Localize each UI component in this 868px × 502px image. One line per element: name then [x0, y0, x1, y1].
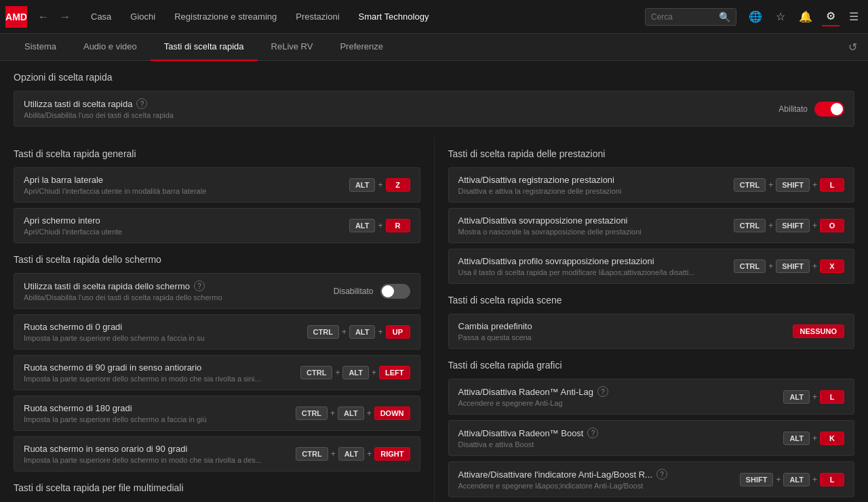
tab-tasti-scelta-rapida[interactable]: Tasti di scelta rapida: [151, 34, 258, 61]
key-alt-2[interactable]: ALT: [349, 219, 376, 232]
ruota-0-control: CTRL + ALT + UP: [307, 325, 410, 339]
tab-preferenze[interactable]: Preferenze: [326, 34, 397, 61]
boost-keys: ALT + K: [783, 432, 844, 445]
key-ctrl-2[interactable]: CTRL: [300, 366, 332, 379]
nav-arrows: ← →: [34, 8, 75, 26]
bookmark-icon-button[interactable]: ☆: [772, 7, 789, 26]
apri-schermo-control: ALT + R: [349, 219, 410, 232]
key-l-r1[interactable]: L: [820, 178, 844, 192]
utilizza-tasti-control: Abilitato: [778, 102, 844, 117]
anti-lag-desc: Accendere e spegnere Anti-Lag: [458, 399, 776, 407]
key-ctrl[interactable]: CTRL: [307, 325, 339, 339]
utilizza-tasti-toggle[interactable]: [814, 102, 844, 117]
ruota-0-label: Ruota schermo di 0 gradi: [24, 322, 299, 332]
ruota-180-info: Ruota schermo di 180 gradi Imposta la pa…: [24, 403, 288, 423]
key-o-r2[interactable]: O: [820, 219, 844, 232]
registrazione-prestazioni-info: Attiva/Disattiva registrazione prestazio…: [458, 175, 726, 195]
ruota-90-orario-row: Ruota schermo in senso orario di 90 grad…: [14, 436, 420, 472]
key-ctrl-3[interactable]: CTRL: [296, 406, 328, 420]
search-input[interactable]: [651, 12, 719, 22]
right-panel: Tasti di scelta rapida delle prestazioni…: [435, 138, 869, 502]
key-left[interactable]: LEFT: [379, 366, 410, 379]
amd-logo: AMD: [5, 6, 27, 28]
utilizza-tasti-toggle-container: Abilitato: [778, 102, 844, 117]
nav-giochi[interactable]: Giochi: [122, 7, 163, 26]
anti-lag-label: Attiva/Disattiva Radeon™ Anti-Lag ?: [458, 386, 776, 397]
nav-registrazione[interactable]: Registrazione e streaming: [166, 7, 285, 26]
indicatore-antilag-keys: SHIFT + ALT + L: [740, 473, 844, 486]
anti-lag-info: Attiva/Disattiva Radeon™ Anti-Lag ? Acce…: [458, 386, 776, 407]
key-z[interactable]: Z: [386, 178, 410, 192]
key-x-r3[interactable]: X: [820, 259, 844, 273]
reg-prest-keys: CTRL + SHIFT + L: [734, 178, 844, 192]
key-down[interactable]: DOWN: [374, 406, 410, 420]
key-alt-3[interactable]: ALT: [349, 325, 376, 339]
key-alt-g2[interactable]: ALT: [783, 432, 810, 445]
sovr-prest-keys: CTRL + SHIFT + O: [734, 219, 844, 232]
key-ctrl-4[interactable]: CTRL: [296, 447, 328, 461]
boost-help-icon[interactable]: ?: [587, 427, 598, 438]
toggle-track: [814, 102, 844, 117]
utilizza-tasti-label: Utilizza tasti di scelta rapida ?: [24, 98, 770, 109]
anti-lag-control: ALT + L: [783, 390, 844, 404]
key-shift-r3[interactable]: SHIFT: [776, 259, 810, 273]
key-shift-r1[interactable]: SHIFT: [776, 178, 810, 192]
utilizza-tasti-help-icon[interactable]: ?: [136, 98, 147, 109]
key-right[interactable]: RIGHT: [374, 447, 410, 461]
schermo-toggle[interactable]: [380, 284, 410, 299]
nav-smart-technology[interactable]: Smart Technology: [351, 7, 437, 26]
key-ctrl-r3[interactable]: CTRL: [734, 259, 766, 273]
nav-casa[interactable]: Casa: [83, 7, 119, 26]
ruota-180-control: CTRL + ALT + DOWN: [296, 406, 410, 420]
ruota-90-anti-keys: CTRL + ALT + LEFT: [300, 366, 410, 379]
forward-button[interactable]: →: [56, 8, 75, 26]
cambia-predefinito-info: Cambia predefinito Passa a questa scena: [458, 321, 785, 341]
key-ctrl-r2[interactable]: CTRL: [734, 219, 766, 232]
key-alt-6[interactable]: ALT: [338, 447, 365, 461]
profilo-sovrapposizione-desc: Usa il tasto di scelta rapida per modifi…: [458, 268, 726, 276]
key-alt[interactable]: ALT: [349, 178, 376, 192]
ruota-90-anti-info: Ruota schermo di 90 gradi in senso antio…: [24, 362, 292, 383]
key-alt-g1[interactable]: ALT: [783, 390, 810, 404]
ruota-180-row: Ruota schermo di 180 gradi Imposta la pa…: [14, 396, 420, 431]
ruota-90-anti-row: Ruota schermo di 90 gradi in senso antio…: [14, 355, 420, 390]
tab-audio-video[interactable]: Audio e video: [70, 34, 151, 61]
notification-icon-button[interactable]: 🔔: [795, 7, 816, 26]
tab-relive[interactable]: ReLive RV: [258, 34, 327, 61]
user-icon-button[interactable]: ☰: [845, 7, 863, 26]
ruota-90-orario-info: Ruota schermo in senso orario di 90 grad…: [24, 444, 288, 464]
indicatore-antilag-help-icon[interactable]: ?: [656, 469, 667, 480]
utilizza-schermo-label: Utilizza tasti di scelta rapida dello sc…: [24, 280, 326, 291]
key-l-g3[interactable]: L: [820, 473, 844, 486]
key-plus-2: +: [378, 221, 382, 230]
key-shift-g3[interactable]: SHIFT: [740, 473, 774, 486]
globe-icon-button[interactable]: 🌐: [745, 7, 766, 26]
settings-icon-button[interactable]: ⚙: [822, 7, 840, 26]
tab-sistema[interactable]: Sistema: [11, 34, 70, 61]
key-nessuno[interactable]: NESSUNO: [793, 325, 844, 338]
key-r[interactable]: R: [386, 219, 410, 232]
key-alt-g3[interactable]: ALT: [783, 473, 810, 486]
multimedia-section: Tasti di scelta rapida per file multimed…: [14, 482, 420, 493]
boost-label: Attiva/Disattiva Radeon™ Boost ?: [458, 427, 776, 438]
key-alt-4[interactable]: ALT: [342, 366, 369, 379]
key-shift-r2[interactable]: SHIFT: [776, 219, 810, 232]
key-up[interactable]: UP: [386, 325, 410, 339]
profilo-sovrapposizione-control: CTRL + SHIFT + X: [734, 259, 844, 273]
ruota-180-label: Ruota schermo di 180 gradi: [24, 403, 288, 413]
anti-lag-help-icon[interactable]: ?: [597, 386, 608, 397]
search-icon[interactable]: 🔍: [719, 12, 730, 22]
key-alt-5[interactable]: ALT: [338, 406, 364, 420]
key-ctrl-r1[interactable]: CTRL: [734, 178, 766, 192]
back-button[interactable]: ←: [34, 8, 53, 26]
refresh-button[interactable]: ↺: [848, 41, 857, 54]
key-l-g1[interactable]: L: [820, 390, 844, 404]
schermo-help-icon[interactable]: ?: [194, 280, 205, 291]
nav-prestazioni[interactable]: Prestazioni: [288, 7, 347, 26]
boost-desc: Disattiva e attiva Boost: [458, 440, 776, 448]
key-k-g2[interactable]: K: [820, 432, 844, 445]
boost-row: Attiva/Disattiva Radeon™ Boost ? Disatti…: [448, 420, 855, 456]
utilizza-schermo-control: Disabilitato: [334, 284, 410, 299]
sovrapposizione-prestazioni-label: Attiva/Disattiva sovrapposizione prestaz…: [458, 215, 726, 226]
toggle-thumb: [831, 103, 843, 115]
